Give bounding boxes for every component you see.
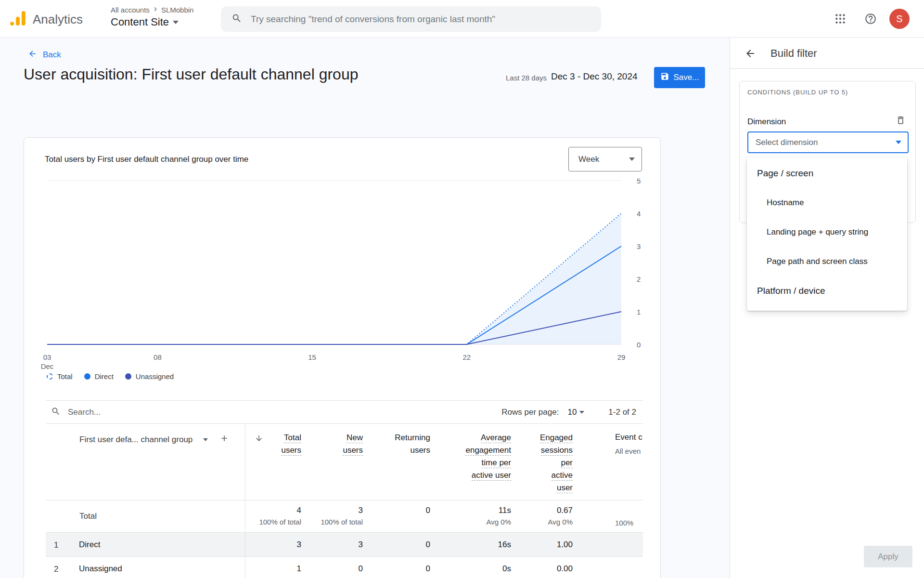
dimension-label: Dimension — [747, 117, 786, 127]
legend-item-direct: Direct — [84, 372, 114, 381]
y-tick-label: 4 — [637, 210, 641, 218]
account-switcher[interactable]: All accounts SLMobbin Content Site — [111, 5, 193, 28]
table-toolbar: Rows per page: 10 1-2 of 2 — [46, 400, 643, 424]
table-header-row: First user defa... channel group Total u… — [46, 424, 643, 500]
x-tick-label: 15 — [298, 353, 327, 362]
y-tick-label: 3 — [637, 242, 641, 250]
help-icon[interactable] — [864, 13, 877, 27]
direct-series-swatch — [84, 373, 90, 380]
column-header-returning-users[interactable]: Returning users — [353, 432, 430, 457]
avatar-initial: S — [896, 13, 902, 25]
apply-button[interactable]: Apply — [864, 546, 912, 567]
engaged-sessions-total: 0.67 Avg 0% — [496, 506, 573, 526]
delete-condition-icon[interactable] — [896, 115, 906, 127]
column-header-event-count[interactable]: Event c All even — [615, 432, 642, 457]
y-tick-label: 2 — [637, 275, 641, 283]
channel-group-table: Rows per page: 10 1-2 of 2 First user de… — [46, 400, 643, 578]
breadcrumb: All accounts SLMobbin — [111, 5, 193, 14]
analytics-logo-icon — [9, 9, 27, 29]
save-icon — [660, 72, 669, 83]
column-header-new-users[interactable]: New users — [286, 432, 363, 457]
unassigned-series-swatch — [125, 373, 131, 380]
panel-header: Build filter — [730, 38, 924, 69]
date-range-picker[interactable]: Dec 3 - Dec 30, 2024 — [551, 71, 638, 82]
y-tick-label: 5 — [637, 177, 641, 185]
pagination-status: 1-2 of 2 — [608, 407, 636, 417]
returning-users-total: 0 — [353, 506, 430, 515]
dimension-dropdown: Page / screen Hostname Landing page + qu… — [747, 158, 907, 311]
x-tick-label: 29 — [607, 353, 636, 362]
rows-per-page-label: Rows per page: — [501, 407, 559, 417]
product-name: Analytics — [33, 12, 83, 27]
chevron-down-icon — [579, 411, 584, 414]
total-row-label: Total — [79, 512, 97, 521]
x-tick-label: 22 — [452, 353, 481, 362]
dimension-column-header[interactable]: First user defa... channel group — [79, 434, 229, 446]
table-row-unassigned[interactable]: 2 Unassigned 1 0 0 0s 0.00 — [46, 557, 643, 578]
granularity-select[interactable]: Week — [568, 147, 642, 171]
back-link[interactable]: Back — [28, 49, 61, 61]
total-series-swatch — [47, 373, 53, 380]
dimension-select-value: Select dimension — [756, 138, 818, 147]
save-label: Save... — [674, 73, 699, 82]
chevron-down-icon — [629, 158, 635, 161]
date-preset-label: Last 28 days — [506, 74, 547, 82]
panel-title: Build filter — [770, 47, 817, 60]
x-tick-label: 08 — [143, 353, 172, 362]
conditions-label: CONDITIONS (BUILD UP TO 5) — [747, 89, 848, 96]
event-count-total: 100% — [615, 519, 633, 527]
dropdown-option-landing-page[interactable]: Landing page + query string — [747, 217, 907, 247]
y-tick-label: 0 — [637, 341, 641, 349]
build-filter-panel: Build filter CONDITIONS (BUILD UP TO 5) … — [730, 38, 924, 578]
app-topbar: Analytics All accounts SLMobbin Content … — [0, 0, 924, 38]
chevron-right-icon — [152, 5, 159, 14]
table-total-row: Total 4 100% of total 3 100% of total 0 … — [46, 500, 643, 533]
chart-legend: Total Direct Unassigned — [47, 372, 174, 381]
legend-item-total: Total — [47, 372, 73, 381]
chart-y-axis: 012345 — [631, 179, 651, 346]
table-column-divider — [245, 424, 245, 578]
y-tick-label: 1 — [637, 308, 641, 316]
report-card: Total users by First user default channe… — [24, 137, 661, 578]
dimension-select[interactable]: Select dimension — [747, 131, 909, 153]
dropdown-group-platform-device[interactable]: Platform / device — [747, 276, 907, 305]
line-chart — [46, 179, 623, 346]
apps-grid-icon[interactable] — [834, 13, 847, 27]
dropdown-option-page-path[interactable]: Page path and screen class — [747, 247, 907, 276]
property-name[interactable]: Content Site — [111, 16, 169, 28]
rows-per-page-select[interactable]: 10 — [567, 407, 584, 417]
chevron-down-icon — [173, 21, 179, 24]
table-row-direct[interactable]: 1 Direct 3 3 0 16s 1.00 — [46, 533, 643, 557]
page-title: User acquisition: First user default cha… — [24, 66, 358, 83]
arrow-back-icon[interactable] — [744, 48, 756, 61]
breadcrumb-all-accounts[interactable]: All accounts — [111, 6, 150, 14]
dropdown-group-page-screen[interactable]: Page / screen — [747, 158, 907, 188]
chevron-down-icon — [896, 141, 901, 144]
column-header-engaged-sessions[interactable]: Engaged sessions per active user — [496, 432, 573, 494]
global-search[interactable] — [221, 6, 601, 32]
search-icon — [51, 407, 61, 418]
granularity-value: Week — [578, 155, 599, 164]
arrow-back-icon — [28, 49, 37, 61]
table-search-input[interactable] — [68, 407, 212, 417]
x-tick-label: 03 Dec — [33, 353, 62, 371]
avatar[interactable]: S — [889, 9, 910, 29]
breadcrumb-org[interactable]: SLMobbin — [161, 6, 194, 14]
dropdown-option-hostname[interactable]: Hostname — [747, 188, 907, 217]
search-icon — [231, 13, 242, 26]
chart-title: Total users by First user default channe… — [45, 155, 248, 164]
chevron-down-icon — [203, 438, 208, 441]
global-search-input[interactable] — [251, 14, 590, 25]
legend-item-unassigned: Unassigned — [125, 372, 174, 381]
new-users-total: 3 100% of total — [286, 506, 363, 526]
save-button[interactable]: Save... — [654, 67, 705, 88]
back-label: Back — [43, 50, 61, 60]
analytics-logo[interactable]: Analytics — [9, 9, 83, 29]
chart-x-axis: 03 Dec08152229 — [46, 353, 623, 374]
